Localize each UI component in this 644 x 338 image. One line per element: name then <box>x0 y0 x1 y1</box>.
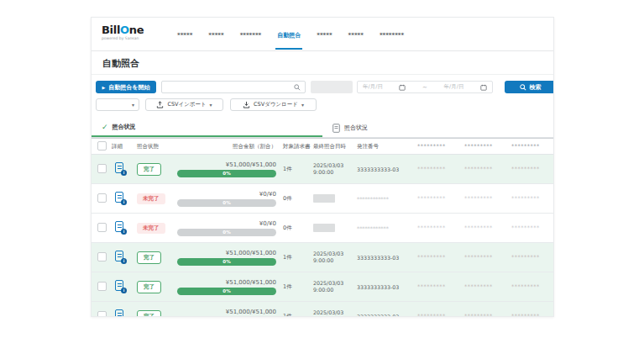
invoice-count: 1件 <box>281 283 312 291</box>
header-detail: 詳細 <box>110 143 135 151</box>
csv-download-label: CSVダウンロード <box>254 101 298 108</box>
row-amount-cell: ¥51,000/¥51,000 0% <box>172 279 281 295</box>
table-row[interactable]: i 未完了 ¥0/¥0 0% 0件 ************ *********… <box>92 214 553 243</box>
header-status: 照合状態 <box>135 143 172 151</box>
bulk-action-select[interactable]: ▾ <box>96 98 139 111</box>
row-checkbox[interactable] <box>97 311 107 318</box>
calendar-icon[interactable] <box>480 84 487 91</box>
info-badge-icon: i <box>121 229 127 235</box>
row-checkbox-cell <box>92 282 110 293</box>
tab-reconciliation-status-secondary[interactable]: 照合状況 <box>322 119 553 137</box>
row-status-cell: 未完了 <box>135 223 172 234</box>
header-masked-1: ********* <box>416 143 463 150</box>
doc-line <box>118 195 122 196</box>
row-detail-cell: i <box>110 221 135 235</box>
logo-bill: Bill <box>102 24 120 36</box>
header-order-number: 発注番号 <box>355 143 416 151</box>
masked-cell: ********* <box>416 224 463 231</box>
status-badge: 未完了 <box>137 223 165 234</box>
amount-text: ¥51,000/¥51,000 <box>174 309 276 315</box>
row-checkbox-cell <box>92 164 110 175</box>
date-line: 2025/03/03 <box>313 162 355 170</box>
row-checkbox[interactable] <box>97 282 107 291</box>
invoice-detail-icon[interactable]: i <box>115 162 126 175</box>
amount-text: ¥0/¥0 <box>174 191 276 198</box>
invoice-count: 1件 <box>281 166 312 173</box>
invoice-detail-icon[interactable]: i <box>115 251 126 263</box>
last-matched-datetime: 2025/03/039:00:00 <box>312 251 355 265</box>
date-line: 2025/03/03 <box>313 309 355 317</box>
start-auto-reconciliation-button[interactable]: ▶ 自動照合を開始 <box>96 81 156 93</box>
invoice-detail-icon[interactable]: i <box>115 192 126 204</box>
last-matched-datetime <box>312 224 355 232</box>
progress-bar: 0% <box>177 229 276 236</box>
tab-label: 照合状況 <box>344 124 368 132</box>
search-button[interactable]: 検索 <box>505 81 554 93</box>
calendar-icon[interactable] <box>399 84 406 91</box>
invoice-detail-icon[interactable]: i <box>115 280 126 293</box>
row-detail-cell: i <box>110 192 135 206</box>
app-window: BillOne powered by Sansan ***** ***** **… <box>91 17 554 317</box>
progress-label: 0% <box>177 229 276 236</box>
doc-line <box>118 286 122 287</box>
table-row[interactable]: i 完了 ¥51,000/¥51,000 0% 1件 2025/03/039:0… <box>92 155 553 184</box>
nav-item-6[interactable]: ***** <box>347 20 365 49</box>
table-row[interactable]: i 完了 ¥51,000/¥51,000 0% 1件 2025/03/039:0… <box>92 243 553 272</box>
time-line: 9:00:00 <box>313 287 355 294</box>
invoice-count: 1件 <box>281 254 312 261</box>
doc-line <box>118 168 122 169</box>
tab-reconciliation-status-active[interactable]: ✓ 照合状況 <box>92 119 322 137</box>
nav-item-1[interactable]: ***** <box>175 20 194 49</box>
date-from-placeholder[interactable]: 年/月/日 <box>363 83 383 91</box>
table-row[interactable]: i 完了 ¥51,000/¥51,000 0% 1件 2025/03/039:0… <box>92 302 553 317</box>
doc-line <box>118 313 122 314</box>
row-checkbox[interactable] <box>97 193 107 203</box>
chevron-down-icon: ▾ <box>132 102 134 108</box>
row-checkbox[interactable] <box>97 252 107 261</box>
nav-item-2[interactable]: ***** <box>207 20 225 49</box>
row-amount-cell: ¥0/¥0 0% <box>172 191 281 207</box>
nav-item-7[interactable]: ******** <box>378 20 406 49</box>
nav-item-5[interactable]: ***** <box>315 20 333 49</box>
row-checkbox-cell <box>92 311 110 318</box>
masked-cell: ********* <box>510 313 553 317</box>
row-checkbox[interactable] <box>97 223 107 232</box>
invoice-detail-icon[interactable]: i <box>115 221 126 234</box>
search-icon <box>294 84 301 91</box>
play-icon: ▶ <box>102 85 105 90</box>
masked-filter-field[interactable] <box>311 81 353 93</box>
progress-bar: 0% <box>177 258 276 266</box>
csv-import-button[interactable]: CSVインポート ▾ <box>145 98 223 111</box>
date-to-placeholder[interactable]: 年/月/日 <box>444 83 464 91</box>
order-number: 3333333333-03 <box>355 314 416 318</box>
masked-cell: ********* <box>510 166 553 172</box>
status-badge: 完了 <box>137 281 161 293</box>
row-checkbox[interactable] <box>97 164 107 173</box>
row-amount-cell: ¥51,000/¥51,000 0% <box>172 250 281 266</box>
invoice-count: 0件 <box>281 195 312 203</box>
order-number: 3333333333-03 <box>355 284 416 290</box>
masked-date-placeholder <box>313 194 335 203</box>
table-row[interactable]: i 未完了 ¥0/¥0 0% 0件 ************ *********… <box>92 184 553 214</box>
progress-label: 0% <box>177 199 276 207</box>
header-amount: 照合金額（割合） <box>172 143 281 151</box>
invoice-detail-icon[interactable]: i <box>115 309 126 318</box>
nav-item-3[interactable]: ******* <box>238 20 264 49</box>
doc-line <box>118 283 122 284</box>
order-number: 3333333333-03 <box>355 255 416 261</box>
table-row[interactable]: i 完了 ¥51,000/¥51,000 0% 1件 2025/03/039:0… <box>92 272 553 302</box>
row-amount-cell: ¥51,000/¥51,000 0% <box>172 309 281 318</box>
date-range-input[interactable]: 年/月/日 ~ 年/月/日 <box>357 81 493 93</box>
doc-line <box>118 254 122 255</box>
amount-text: ¥51,000/¥51,000 <box>174 161 276 168</box>
row-detail-cell: i <box>110 162 135 177</box>
amount-text: ¥51,000/¥51,000 <box>174 279 276 286</box>
amount-text: ¥51,000/¥51,000 <box>174 250 276 256</box>
select-all-checkbox[interactable] <box>97 141 107 151</box>
progress-label: 0% <box>177 258 276 266</box>
row-detail-cell: i <box>110 251 135 265</box>
csv-download-button[interactable]: CSVダウンロード ▾ <box>230 98 317 111</box>
status-badge: 完了 <box>137 251 161 264</box>
search-input[interactable] <box>161 81 306 93</box>
nav-item-auto-reconciliation[interactable]: 自動照合 <box>275 19 302 50</box>
